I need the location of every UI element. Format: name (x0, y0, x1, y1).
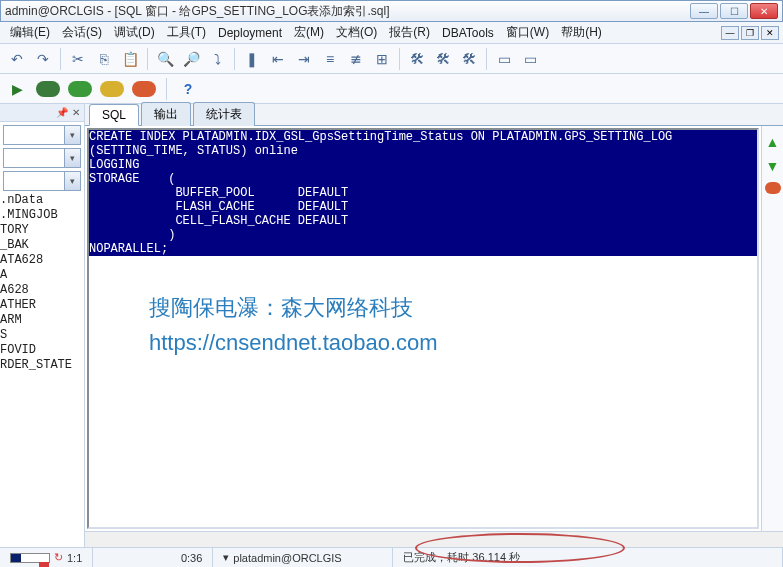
type-combo[interactable]: ▾ (3, 171, 81, 191)
list-item[interactable]: ATA628 (0, 253, 81, 268)
object-browser: 📌 ✕ ▾ ▾ ▾ .nData.MINGJOBTORY_BAKATA628AA… (0, 104, 85, 547)
find-replace-icon[interactable]: 🔎 (180, 48, 202, 70)
sql-selection: CREATE INDEX PLATADMIN.IDX_GSL_GpsSettin… (89, 130, 757, 256)
menu-deployment[interactable]: Deployment (212, 24, 288, 42)
status-position: 0:36 (93, 548, 213, 567)
toolbar-secondary: ▶ ? (0, 74, 783, 104)
tool-icon-2[interactable]: 🛠 (432, 48, 454, 70)
menu-dbatools[interactable]: DBATools (436, 24, 500, 42)
status-message: 已完成，耗时 36.114 秒 (393, 548, 783, 567)
maximize-button[interactable]: ☐ (720, 3, 748, 19)
nav-up-icon[interactable]: ▲ (766, 134, 780, 150)
window-buttons: — ☐ ✕ (690, 3, 778, 19)
db-icon-3[interactable] (100, 81, 124, 97)
mdi-close-button[interactable]: ✕ (761, 26, 779, 40)
list-item[interactable]: A628 (0, 283, 81, 298)
watermark-line1: 搜陶保电瀑：森大网络科技 (149, 290, 438, 325)
paste-icon[interactable]: 📋 (119, 48, 141, 70)
list-item[interactable]: _BAK (0, 238, 81, 253)
chevron-down-icon: ▾ (64, 126, 80, 144)
close-button[interactable]: ✕ (750, 3, 778, 19)
redo-icon[interactable]: ↷ (32, 48, 54, 70)
title-bar: admin@ORCLGIS - [SQL 窗口 - 给GPS_SETTING_L… (0, 0, 783, 22)
nav-down-icon[interactable]: ▼ (766, 158, 780, 174)
uncomment-icon[interactable]: ≢ (345, 48, 367, 70)
list-item[interactable]: ARM (0, 313, 81, 328)
menu-window[interactable]: 窗口(W) (500, 22, 555, 43)
progress-bar (10, 553, 50, 563)
tab-output[interactable]: 输出 (141, 102, 191, 126)
list-item[interactable]: .MINGJOB (0, 208, 81, 223)
status-bar: ↻ 1:1 0:36 ▾ platadmin@ORCLGIS 已完成，耗时 36… (0, 547, 783, 567)
menu-report[interactable]: 报告(R) (383, 22, 436, 43)
tab-bar: SQL 输出 统计表 (85, 104, 783, 126)
tool-icon-1[interactable]: 🛠 (406, 48, 428, 70)
schema-combo[interactable]: ▾ (3, 125, 81, 145)
list-item[interactable]: A (0, 268, 81, 283)
tool-icon-3[interactable]: 🛠 (458, 48, 480, 70)
copy-icon[interactable]: ⎘ (93, 48, 115, 70)
chevron-down-icon: ▾ (64, 172, 80, 190)
list-item[interactable]: ATHER (0, 298, 81, 313)
tab-sql[interactable]: SQL (89, 104, 139, 126)
find-next-icon[interactable]: ⤵ (206, 48, 228, 70)
status-progress: ↻ 1:1 (0, 548, 93, 567)
separator (166, 78, 167, 100)
editor-pane: SQL 输出 统计表 CREATE INDEX PLATADMIN.IDX_GS… (85, 104, 783, 547)
list-item[interactable]: .nData (0, 193, 81, 208)
menu-macro[interactable]: 宏(M) (288, 22, 330, 43)
status-user: ▾ platadmin@ORCLGIS (213, 548, 393, 567)
separator (486, 48, 487, 70)
list-item[interactable]: RDER_STATE (0, 358, 81, 373)
toolbar-main: ↶ ↷ ✂ ⎘ 📋 🔍 🔎 ⤵ ❚ ⇤ ⇥ ≡ ≢ ⊞ 🛠 🛠 🛠 ▭ ▭ (0, 44, 783, 74)
format-icon[interactable]: ⊞ (371, 48, 393, 70)
filter-combo[interactable]: ▾ (3, 148, 81, 168)
menu-document[interactable]: 文档(O) (330, 22, 383, 43)
horizontal-scrollbar[interactable] (85, 531, 783, 547)
right-gutter: ▲ ▼ (761, 126, 783, 531)
cut-icon[interactable]: ✂ (67, 48, 89, 70)
chevron-down-icon: ▾ (64, 149, 80, 167)
window-icon-1[interactable]: ▭ (493, 48, 515, 70)
window-icon-2[interactable]: ▭ (519, 48, 541, 70)
bookmark-icon[interactable]: ❚ (241, 48, 263, 70)
pane-header: 📌 ✕ (0, 104, 84, 122)
comment-icon[interactable]: ≡ (319, 48, 341, 70)
mdi-buttons: — ❐ ✕ (721, 26, 779, 40)
menu-help[interactable]: 帮助(H) (555, 22, 608, 43)
db-icon-1[interactable] (36, 81, 60, 97)
list-item[interactable]: S (0, 328, 81, 343)
separator (234, 48, 235, 70)
find-icon[interactable]: 🔍 (154, 48, 176, 70)
list-item[interactable]: TORY (0, 223, 81, 238)
undo-icon[interactable]: ↶ (6, 48, 28, 70)
menu-debug[interactable]: 调试(D) (108, 22, 161, 43)
mdi-minimize-button[interactable]: — (721, 26, 739, 40)
object-list[interactable]: .nData.MINGJOBTORY_BAKATA628AA628ATHERAR… (0, 191, 84, 547)
menu-tools[interactable]: 工具(T) (161, 22, 212, 43)
menu-bar: 编辑(E) 会话(S) 调试(D) 工具(T) Deployment 宏(M) … (0, 22, 783, 44)
menu-session[interactable]: 会话(S) (56, 22, 108, 43)
execute-icon[interactable]: ▶ (6, 78, 28, 100)
indent-left-icon[interactable]: ⇤ (267, 48, 289, 70)
main-area: 📌 ✕ ▾ ▾ ▾ .nData.MINGJOBTORY_BAKATA628AA… (0, 104, 783, 547)
status-ratio: 1:1 (67, 552, 82, 564)
separator (60, 48, 61, 70)
mdi-restore-button[interactable]: ❐ (741, 26, 759, 40)
indent-right-icon[interactable]: ⇥ (293, 48, 315, 70)
close-pane-icon[interactable]: ✕ (72, 107, 80, 118)
separator (147, 48, 148, 70)
sql-editor[interactable]: CREATE INDEX PLATADMIN.IDX_GSL_GpsSettin… (87, 128, 759, 529)
tab-stats[interactable]: 统计表 (193, 102, 255, 126)
window-title: admin@ORCLGIS - [SQL 窗口 - 给GPS_SETTING_L… (5, 3, 690, 20)
db-icon-4[interactable] (132, 81, 156, 97)
minimize-button[interactable]: — (690, 3, 718, 19)
db-icon-2[interactable] (68, 81, 92, 97)
help-icon[interactable]: ? (177, 78, 199, 100)
watermark-line2: https://cnsendnet.taobao.com (149, 325, 438, 360)
list-item[interactable]: FOVID (0, 343, 81, 358)
pin-icon[interactable]: 📌 (56, 107, 68, 118)
db-marker-icon[interactable] (765, 182, 781, 194)
menu-edit[interactable]: 编辑(E) (4, 22, 56, 43)
editor-wrap: CREATE INDEX PLATADMIN.IDX_GSL_GpsSettin… (85, 126, 783, 531)
